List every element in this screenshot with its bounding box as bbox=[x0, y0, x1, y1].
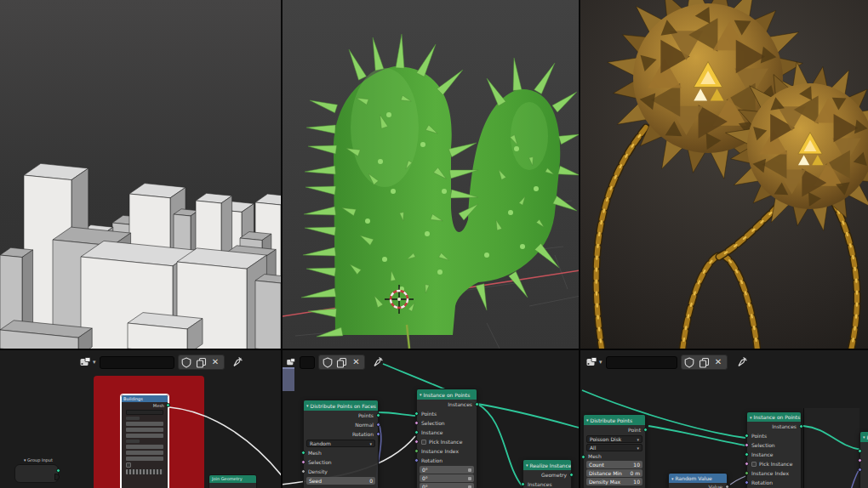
node-join-geometry[interactable]: Join Geometry bbox=[208, 474, 257, 488]
unlink-button[interactable]: ✕ bbox=[711, 355, 726, 369]
pin-icon[interactable] bbox=[736, 356, 748, 368]
pick-instance-row[interactable]: Pick Instance bbox=[417, 437, 477, 446]
value-bar[interactable] bbox=[126, 451, 163, 455]
value-bar[interactable] bbox=[126, 445, 163, 449]
instances-socket[interactable] bbox=[799, 424, 803, 428]
unlink-button[interactable]: ✕ bbox=[349, 355, 363, 369]
chevron-down-icon: ▾ bbox=[93, 360, 96, 366]
copies-count-button[interactable] bbox=[194, 355, 208, 369]
pick-instance-checkbox[interactable] bbox=[751, 462, 757, 467]
rotation-socket[interactable] bbox=[376, 432, 380, 436]
geometry-socket[interactable] bbox=[569, 473, 574, 477]
dropdown-bar[interactable] bbox=[126, 410, 163, 415]
unlink-button[interactable]: ✕ bbox=[208, 355, 223, 369]
value-bar[interactable] bbox=[126, 457, 163, 461]
node-tree-datablock-icon[interactable]: ▾ bbox=[79, 357, 96, 368]
node-header[interactable]: ▾Realize Instances bbox=[523, 460, 571, 470]
viewport-cactus-render[interactable] bbox=[281, 0, 579, 349]
cactus-arm-sheen bbox=[511, 102, 548, 170]
instance-index-socket[interactable] bbox=[745, 471, 749, 475]
mesh-socket[interactable] bbox=[581, 455, 585, 459]
output-socket[interactable] bbox=[166, 403, 170, 407]
rotation-socket[interactable] bbox=[745, 480, 749, 485]
node-buildings-generator[interactable]: Buildings Mesh bbox=[121, 394, 168, 488]
chevron-down-icon: ▾ bbox=[599, 360, 602, 366]
seed-field[interactable]: Seed0 bbox=[306, 477, 375, 485]
node-partial-right-edge[interactable]: ▾Realize bbox=[859, 431, 868, 488]
pick-instance-socket[interactable] bbox=[745, 462, 749, 466]
viewport-city-render[interactable] bbox=[0, 0, 281, 349]
viewport-mace-render[interactable] bbox=[579, 0, 868, 349]
node-header[interactable]: ▾Instance on Points bbox=[417, 389, 477, 400]
points-socket[interactable] bbox=[414, 411, 419, 416]
node-editor-cactus[interactable]: ✕ ▾Distribute Points on Faces Points Nor… bbox=[281, 349, 579, 488]
node-distribute-points-on-faces[interactable]: ▾Distribute Points on Faces Points Norma… bbox=[303, 400, 379, 488]
rotation-y-field[interactable]: 0° bbox=[420, 474, 474, 482]
node-title: Join Geometry bbox=[209, 475, 256, 483]
node-tree-name-field[interactable] bbox=[606, 356, 677, 369]
copies-count-button[interactable] bbox=[697, 355, 711, 369]
count-field[interactable]: Count10 bbox=[586, 461, 642, 468]
node-header[interactable]: ▾Distribute Points bbox=[584, 415, 645, 425]
instances-socket[interactable] bbox=[475, 402, 479, 406]
normal-socket[interactable] bbox=[376, 423, 380, 427]
density-max-field[interactable]: Density Max10 bbox=[586, 478, 642, 485]
node-header[interactable]: ▾Realize bbox=[860, 432, 868, 442]
checkbox-row[interactable] bbox=[126, 462, 163, 468]
geometry-output-socket[interactable] bbox=[56, 468, 60, 473]
instance-socket[interactable] bbox=[414, 430, 419, 434]
mode-dropdown[interactable]: Random▾ bbox=[306, 440, 375, 447]
node-header[interactable]: ▾Random Value bbox=[669, 474, 727, 483]
node-tree-datablock-icon[interactable]: ▾ bbox=[585, 357, 602, 368]
rotation-z-field[interactable]: 0° bbox=[420, 483, 474, 488]
instance-index-socket[interactable] bbox=[414, 449, 419, 453]
fake-user-shield-button[interactable] bbox=[180, 355, 194, 369]
value-bar[interactable] bbox=[126, 434, 163, 438]
pin-icon[interactable] bbox=[231, 356, 243, 368]
instances-socket[interactable] bbox=[521, 482, 525, 486]
node-group-input[interactable] bbox=[14, 464, 59, 483]
node-realize-instances[interactable]: ▾Realize Instances Geometry Instances bbox=[523, 459, 572, 488]
points-socket[interactable] bbox=[745, 434, 749, 438]
node-editor-mace[interactable]: ▾ ✕ ▾Distribute Points Point Poisson Dis… bbox=[579, 349, 868, 488]
selection-socket[interactable] bbox=[414, 421, 419, 425]
pick-instance-socket[interactable] bbox=[414, 440, 419, 444]
pin-icon[interactable] bbox=[372, 356, 384, 368]
fake-user-shield-button[interactable] bbox=[682, 355, 697, 369]
rotation-socket[interactable] bbox=[414, 458, 419, 462]
mode-dropdown[interactable]: Poisson Disk▾ bbox=[586, 435, 642, 443]
node-editor-city[interactable]: ▾ ✕ Buildings Mesh bbox=[0, 349, 281, 488]
node-distribute-points[interactable]: ▾Distribute Points Point Poisson Disk▾ A… bbox=[583, 414, 646, 488]
point-socket[interactable] bbox=[643, 428, 648, 432]
selection-socket[interactable] bbox=[745, 443, 749, 447]
selection-socket[interactable] bbox=[301, 460, 306, 464]
density-socket[interactable] bbox=[301, 469, 306, 474]
node-tree-datablock-icon[interactable] bbox=[286, 358, 296, 367]
node-instance-on-points[interactable]: ▾Instance on Points Instances Points Sel… bbox=[416, 389, 477, 488]
value-socket[interactable] bbox=[725, 485, 729, 488]
input-instances: Instances bbox=[523, 479, 571, 488]
node-header[interactable]: ▾Instance on Points bbox=[747, 412, 801, 422]
node-random-value[interactable]: ▾Random Value Value bbox=[668, 473, 728, 488]
rotation-x-field[interactable]: 0° bbox=[420, 466, 474, 474]
domain-dropdown[interactable]: All▾ bbox=[586, 444, 642, 451]
node-tree-name-field[interactable] bbox=[100, 356, 174, 369]
input-rotation: Rotation bbox=[417, 456, 477, 465]
input-socket[interactable] bbox=[858, 468, 862, 472]
fake-user-shield-button[interactable] bbox=[320, 355, 334, 369]
input-socket[interactable] bbox=[858, 449, 862, 453]
input-socket[interactable] bbox=[858, 458, 862, 462]
value-bar[interactable] bbox=[126, 422, 163, 426]
copies-count-button[interactable] bbox=[334, 355, 349, 369]
node-tree-name-field[interactable] bbox=[300, 356, 315, 369]
node-header[interactable]: ▾Distribute Points on Faces bbox=[304, 400, 378, 411]
instance-socket[interactable] bbox=[745, 452, 749, 457]
value-bar[interactable] bbox=[126, 428, 163, 432]
segmented-bar[interactable] bbox=[126, 469, 163, 474]
distance-min-field[interactable]: Distance Min0 m bbox=[586, 469, 642, 477]
points-socket[interactable] bbox=[376, 413, 380, 417]
node-instance-on-points[interactable]: ▾Instance on Points Instances Points Sel… bbox=[746, 411, 802, 488]
pick-instance-checkbox[interactable] bbox=[421, 440, 426, 445]
mesh-socket[interactable] bbox=[301, 451, 306, 455]
pick-instance-row[interactable]: Pick Instance bbox=[747, 459, 801, 468]
